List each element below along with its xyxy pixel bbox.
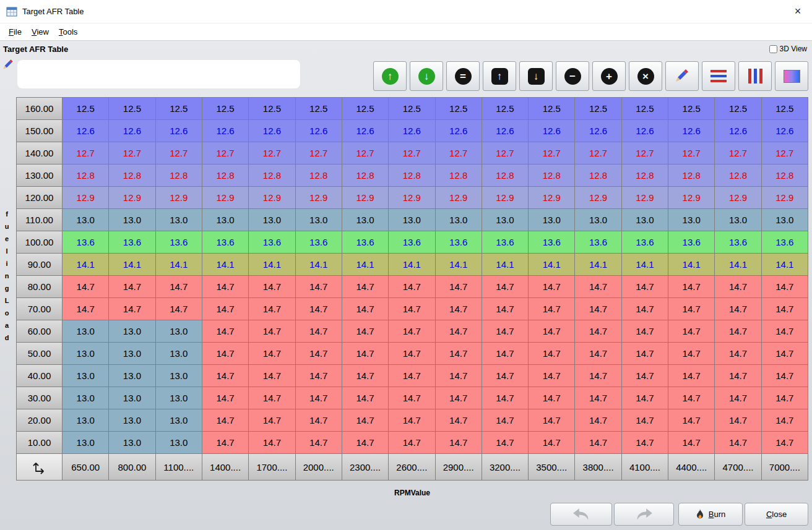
afr-cell[interactable]: 14.7 — [389, 365, 435, 387]
afr-cell[interactable]: 14.1 — [529, 254, 575, 276]
afr-cell[interactable]: 14.1 — [389, 254, 435, 276]
afr-cell[interactable]: 14.7 — [436, 343, 482, 365]
row-header-cell[interactable]: 120.00 — [17, 187, 63, 209]
afr-cell[interactable]: 13.6 — [436, 231, 482, 254]
afr-cell[interactable]: 14.7 — [389, 276, 435, 298]
afr-cell[interactable]: 12.9 — [668, 187, 715, 209]
afr-cell[interactable]: 13.6 — [63, 231, 109, 254]
afr-cell[interactable]: 14.7 — [156, 276, 202, 298]
afr-cell[interactable]: 13.0 — [63, 209, 109, 231]
col-header-cell[interactable]: 1400.... — [202, 454, 249, 481]
afr-cell[interactable]: 12.7 — [436, 142, 482, 165]
afr-cell[interactable]: 13.0 — [156, 409, 202, 432]
afr-cell[interactable]: 14.7 — [668, 432, 715, 454]
afr-cell[interactable]: 14.7 — [762, 320, 808, 343]
afr-cell[interactable]: 13.0 — [715, 209, 761, 231]
undo-button[interactable] — [550, 503, 612, 526]
afr-cell[interactable]: 14.7 — [389, 432, 435, 454]
afr-cell[interactable]: 12.8 — [529, 165, 575, 187]
afr-cell[interactable]: 14.7 — [529, 365, 575, 387]
shift-up-button[interactable]: ↑ — [483, 61, 516, 91]
afr-cell[interactable]: 14.7 — [529, 343, 575, 365]
afr-cell[interactable]: 14.7 — [296, 343, 342, 365]
afr-cell[interactable]: 13.6 — [342, 231, 389, 254]
afr-cell[interactable]: 12.9 — [482, 187, 529, 209]
afr-cell[interactable]: 13.0 — [342, 209, 389, 231]
afr-cell[interactable]: 14.7 — [389, 387, 435, 409]
afr-cell[interactable]: 14.7 — [202, 320, 249, 343]
decrement-button[interactable]: − — [556, 61, 589, 91]
view3d-toggle[interactable]: 3D View — [769, 45, 807, 53]
afr-cell[interactable]: 14.7 — [249, 276, 295, 298]
shift-down-button[interactable]: ↓ — [519, 61, 553, 91]
afr-cell[interactable]: 12.5 — [575, 98, 621, 120]
color-gradient-button[interactable] — [775, 61, 808, 91]
afr-cell[interactable]: 12.7 — [202, 142, 249, 165]
afr-cell[interactable]: 12.5 — [529, 98, 575, 120]
row-header-cell[interactable]: 100.00 — [17, 231, 63, 254]
afr-cell[interactable]: 14.1 — [575, 254, 621, 276]
afr-cell[interactable]: 14.7 — [342, 298, 389, 320]
afr-cell[interactable]: 14.7 — [529, 432, 575, 454]
menu-view[interactable]: View — [27, 24, 54, 40]
afr-cell[interactable]: 13.0 — [156, 365, 202, 387]
afr-cell[interactable]: 12.5 — [342, 98, 389, 120]
afr-cell[interactable]: 13.0 — [109, 432, 155, 454]
afr-cell[interactable]: 12.9 — [296, 187, 342, 209]
afr-cell[interactable]: 14.7 — [668, 320, 715, 343]
col-header-cell[interactable]: 2600.... — [389, 454, 435, 481]
afr-cell[interactable]: 13.0 — [63, 365, 109, 387]
afr-cell[interactable]: 13.0 — [109, 365, 155, 387]
afr-cell[interactable]: 14.7 — [249, 365, 295, 387]
interpolate-horizontal-button[interactable] — [702, 61, 735, 91]
menu-file[interactable]: File — [4, 24, 27, 40]
afr-cell[interactable]: 12.8 — [622, 165, 668, 187]
afr-cell[interactable]: 14.7 — [296, 320, 342, 343]
afr-cell[interactable]: 14.1 — [342, 254, 389, 276]
afr-cell[interactable]: 14.7 — [762, 387, 808, 409]
afr-cell[interactable]: 14.7 — [529, 320, 575, 343]
afr-cell[interactable]: 14.1 — [668, 254, 715, 276]
col-header-cell[interactable]: 3500.... — [529, 454, 575, 481]
afr-cell[interactable]: 13.6 — [762, 231, 808, 254]
afr-cell[interactable]: 14.7 — [575, 298, 621, 320]
afr-cell[interactable]: 12.9 — [342, 187, 389, 209]
afr-cell[interactable]: 14.7 — [668, 276, 715, 298]
col-header-cell[interactable]: 3800.... — [575, 454, 621, 481]
afr-cell[interactable]: 13.0 — [109, 409, 155, 432]
afr-cell[interactable]: 12.5 — [762, 98, 808, 120]
afr-cell[interactable]: 12.5 — [202, 98, 249, 120]
afr-cell[interactable]: 12.8 — [389, 165, 435, 187]
afr-cell[interactable]: 14.1 — [63, 254, 109, 276]
afr-cell[interactable]: 13.6 — [482, 231, 529, 254]
afr-cell[interactable]: 12.8 — [296, 165, 342, 187]
afr-cell[interactable]: 13.0 — [482, 209, 529, 231]
afr-cell[interactable]: 14.7 — [762, 365, 808, 387]
afr-cell[interactable]: 14.7 — [296, 432, 342, 454]
afr-cell[interactable]: 14.7 — [482, 343, 529, 365]
afr-cell[interactable]: 14.7 — [715, 432, 761, 454]
afr-cell[interactable]: 13.0 — [389, 209, 435, 231]
afr-cell[interactable]: 12.8 — [202, 165, 249, 187]
afr-cell[interactable]: 12.8 — [668, 165, 715, 187]
afr-cell[interactable]: 14.7 — [482, 298, 529, 320]
afr-cell[interactable]: 13.6 — [529, 231, 575, 254]
afr-cell[interactable]: 12.7 — [482, 142, 529, 165]
afr-cell[interactable]: 12.6 — [575, 120, 621, 142]
afr-cell[interactable]: 12.8 — [156, 165, 202, 187]
afr-cell[interactable]: 12.8 — [762, 165, 808, 187]
afr-cell[interactable]: 12.6 — [529, 120, 575, 142]
afr-cell[interactable]: 14.7 — [762, 409, 808, 432]
burn-button[interactable]: Burn — [678, 503, 743, 526]
afr-cell[interactable]: 14.7 — [575, 409, 621, 432]
afr-cell[interactable]: 12.5 — [249, 98, 295, 120]
afr-cell[interactable]: 13.0 — [63, 387, 109, 409]
afr-cell[interactable]: 14.1 — [482, 254, 529, 276]
afr-cell[interactable]: 14.7 — [109, 276, 155, 298]
afr-cell[interactable]: 14.7 — [482, 409, 529, 432]
afr-cell[interactable]: 12.7 — [249, 142, 295, 165]
afr-cell[interactable]: 12.8 — [575, 165, 621, 187]
afr-cell[interactable]: 12.7 — [622, 142, 668, 165]
afr-cell[interactable]: 14.1 — [156, 254, 202, 276]
afr-cell[interactable]: 12.8 — [482, 165, 529, 187]
